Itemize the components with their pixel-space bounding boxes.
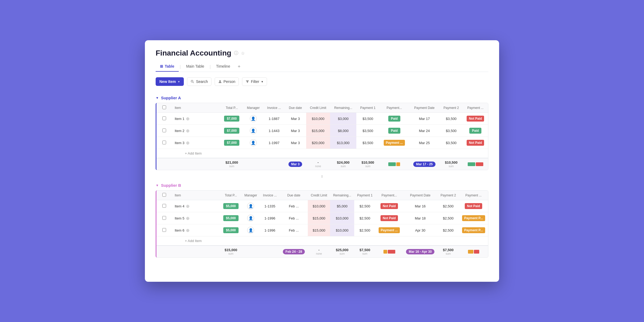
payment1-status-badge: Not Paid	[380, 203, 398, 209]
payment-date-cell: Mar 17	[409, 113, 440, 125]
row-checkbox[interactable]	[162, 204, 166, 208]
supplier-a-section: ▼ Supplier A Item Total P... Manager Inv…	[145, 91, 499, 170]
table-row: Item 6 ⊕ $5,000 👤 1-1996 Feb ... $15,000…	[156, 224, 488, 236]
col-total-b: Total P...	[220, 191, 241, 200]
due-cell: Feb ...	[280, 200, 308, 212]
supplier-b-table-wrapper: Item Total P... Manager Invoice ... Due …	[156, 190, 488, 258]
supplier-b-table: Item Total P... Manager Invoice ... Due …	[156, 191, 488, 257]
col-item-a: Item	[172, 103, 220, 113]
date-range-badge-b: Mar 16 - Apr 30	[406, 249, 434, 254]
payment2-cell: $2,500	[438, 200, 459, 212]
col-payment2status-a: Payment ...	[463, 103, 488, 113]
payment2-cell: $2,500	[438, 224, 459, 236]
row-checkbox[interactable]	[162, 228, 166, 232]
credit-cell: $15,000	[306, 125, 330, 137]
search-icon	[191, 80, 194, 83]
due-cell: Mar 3	[285, 137, 306, 149]
svg-line-1	[193, 82, 194, 83]
invoice-cell: 1-1887	[264, 113, 285, 125]
payment1-cell: $2,500	[354, 224, 376, 236]
page-title: Financial Accounting	[156, 49, 231, 57]
chevron-down-icon: ▼	[177, 80, 180, 83]
payment2-status-badge: Not Paid	[467, 116, 484, 122]
row-checkbox[interactable]	[162, 216, 166, 220]
col-checkbox-b	[156, 191, 172, 200]
payment1-status-badge: Payment ...	[379, 227, 400, 233]
table-row: Item 4 ⊕ $5,000 👤 1-1335 Feb ... $10,000…	[156, 200, 488, 212]
col-payment2-a: Payment 2	[440, 103, 463, 113]
payment1-status-badge: Paid	[388, 128, 400, 134]
tab-divider-2: |	[208, 64, 212, 69]
invoice-cell: 1-1997	[264, 137, 285, 149]
col-manager-a: Manager	[243, 103, 263, 113]
tab-divider-1: |	[179, 64, 182, 69]
tabs-row: ⊞ Table | Main Table | Timeline +	[156, 62, 488, 72]
payment2-status-bar-b	[462, 250, 485, 254]
tab-timeline[interactable]: Timeline	[212, 62, 234, 72]
manager-avatar: 👤	[247, 227, 254, 234]
toolbar: New Item ▼ Search Person Filter ▼	[145, 77, 499, 91]
item-cell: Item 6 ⊕	[175, 228, 218, 233]
payment-date-cell: Mar 25	[409, 137, 440, 149]
add-item-row[interactable]: + Add Item	[156, 149, 488, 158]
table-icon: ⊞	[160, 64, 163, 68]
select-all-checkbox-a[interactable]	[162, 105, 166, 109]
due-cell: Feb ...	[280, 224, 308, 236]
row-checkbox[interactable]	[162, 116, 166, 120]
add-tab-button[interactable]: +	[235, 62, 244, 72]
date-range-badge-a: Mar 17 - 25	[413, 162, 435, 167]
col-remaining-a: Remaining...	[330, 103, 356, 113]
person-button[interactable]: Person	[215, 77, 239, 86]
tab-main-table[interactable]: Main Table	[182, 62, 208, 72]
col-payment1status-b: Payment...	[375, 191, 403, 200]
add-subitem-icon[interactable]: ⊕	[186, 228, 189, 233]
add-subitem-icon[interactable]: ⊕	[186, 128, 189, 133]
row-checkbox[interactable]	[162, 129, 166, 132]
main-window: Financial Accounting ⓘ ☆ ⊞ Table | Main …	[145, 40, 499, 282]
manager-avatar: 👤	[250, 115, 257, 122]
payment2-status-badge: Payment P...	[462, 227, 485, 233]
total-badge: $5,000	[223, 227, 239, 233]
add-item-row-b[interactable]: + Add Item	[156, 236, 488, 246]
search-button[interactable]: Search	[187, 77, 211, 86]
item-cell: Item 5 ⊕	[175, 216, 218, 221]
payment1-cell: $3,500	[356, 125, 379, 137]
add-subitem-icon[interactable]: ⊕	[186, 140, 189, 145]
info-icon[interactable]: ⓘ	[234, 50, 238, 56]
add-subitem-icon[interactable]: ⊕	[186, 204, 189, 209]
remaining-cell: $3,000	[330, 113, 356, 125]
add-subitem-icon[interactable]: ⊕	[186, 116, 189, 121]
filter-button[interactable]: Filter ▼	[242, 77, 267, 86]
add-item-label-b[interactable]: + Add Item	[172, 236, 488, 246]
col-invoice-b: Invoice ...	[260, 191, 280, 200]
add-item-label[interactable]: + Add Item	[172, 149, 488, 158]
summary-row-b: $15,000 sum Feb 24 - 28 - none $25,000 s	[156, 246, 488, 257]
notpaid-bar-b2	[474, 250, 479, 254]
payment-date-cell: Mar 18	[403, 212, 438, 224]
col-credit-a: Credit Limit	[306, 103, 330, 113]
row-checkbox[interactable]	[162, 141, 166, 144]
col-paydate-a: Payment Date	[409, 103, 440, 113]
remaining-cell: $8,000	[330, 125, 356, 137]
new-item-button[interactable]: New Item ▼	[156, 77, 184, 86]
add-subitem-icon[interactable]: ⊕	[186, 216, 189, 221]
payment-date-cell: Mar 24	[409, 125, 440, 137]
supplier-a-header[interactable]: ▼ Supplier A	[156, 91, 488, 103]
col-payment1-a: Payment 1	[356, 103, 379, 113]
tab-table[interactable]: ⊞ Table	[156, 62, 179, 72]
due-cell: Mar 3	[285, 113, 306, 125]
resize-handle[interactable]: ⇕	[145, 174, 499, 179]
filter-chevron-icon: ▼	[261, 80, 264, 83]
star-icon[interactable]: ☆	[241, 51, 245, 56]
title-row: Financial Accounting ⓘ ☆	[156, 49, 488, 57]
credit-cell: $20,000	[306, 137, 330, 149]
col-checkbox	[156, 103, 172, 113]
col-payment2status-b: Payment ...	[459, 191, 488, 200]
select-all-checkbox-b[interactable]	[162, 193, 166, 197]
due-date-summary-badge-b: Feb 24 - 28	[283, 249, 305, 254]
credit-cell: $10,000	[306, 113, 330, 125]
supplier-b-header[interactable]: ▼ Supplier B	[156, 179, 488, 190]
manager-avatar: 👤	[250, 139, 257, 146]
due-cell: Mar 3	[285, 125, 306, 137]
payment2-status-badge: Not Paid	[465, 203, 482, 209]
